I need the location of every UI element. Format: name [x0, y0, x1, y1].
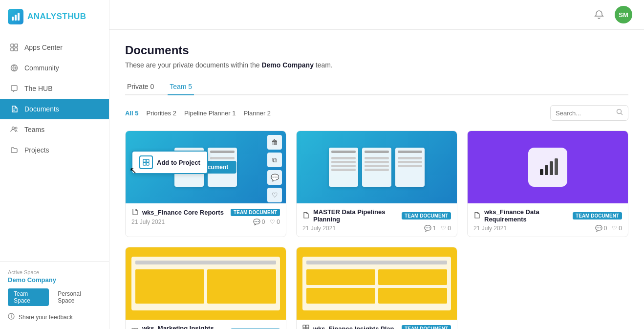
svg-rect-5: [11, 48, 14, 51]
team-badge-3: TEAM DOCUMENT: [573, 212, 622, 219]
copy-button[interactable]: ⧉: [267, 153, 282, 167]
search-input[interactable]: [556, 110, 613, 117]
powerbi-icon: [528, 148, 567, 187]
globe-icon: [10, 64, 19, 72]
svg-rect-15: [147, 163, 150, 166]
svg-rect-12: [143, 159, 146, 162]
card-thumb-5: [297, 247, 457, 320]
sidebar-item-projects[interactable]: Projects: [0, 140, 109, 160]
tab-private[interactable]: Private 0: [125, 79, 156, 95]
svg-rect-24: [303, 325, 306, 328]
filter-items: All 5 Priorities 2 Pipeline Planner 1 Pl…: [125, 110, 271, 117]
filter-pipeline[interactable]: Pipeline Planner 1: [184, 110, 236, 117]
card-date-2: 21 July 2021: [302, 225, 336, 232]
card-doc-icon-3: [473, 212, 480, 220]
card-3[interactable]: wks_Finance Data Requirements TEAM DOCUM…: [467, 131, 628, 237]
svg-rect-14: [143, 163, 146, 166]
card-1[interactable]: Open Document 🗑 ⧉ 💬 ♡ Add to Project: [125, 131, 286, 237]
filter-planner[interactable]: Planner 2: [243, 110, 271, 117]
sidebar-item-documents[interactable]: Documents: [0, 99, 109, 119]
card-name-5: wks_Finance Insights Plan: [313, 325, 398, 329]
sidebar-item-community[interactable]: Community: [0, 58, 109, 78]
nav: Apps Center Community The HUB Documents …: [0, 33, 109, 261]
logo-text: ANALYSTHUB: [27, 12, 86, 22]
card-name-4: wks_Marketing Insights Plan: [142, 325, 227, 329]
main-content: SM Documents These are your private docu…: [109, 0, 644, 329]
svg-rect-25: [306, 325, 309, 328]
personal-space-tab[interactable]: Personal Space: [52, 288, 101, 306]
logo-icon: [8, 9, 23, 24]
notification-icon[interactable]: [591, 7, 607, 22]
active-space-label: Active Space: [8, 269, 101, 275]
card-footer-4: wks_Marketing Insights Plan TEAM DOCUMEN…: [126, 320, 286, 329]
team-badge-1: TEAM DOCUMENT: [231, 209, 280, 216]
card-doc-icon-1: [131, 208, 138, 217]
chat-icon: [10, 84, 19, 93]
like-button[interactable]: ♡: [267, 188, 282, 202]
search-box[interactable]: [550, 105, 628, 121]
svg-rect-0: [12, 17, 14, 21]
page-title: Documents: [125, 44, 628, 57]
comment-button[interactable]: 💬: [267, 170, 282, 185]
card-footer-1: wks_Finance Core Reports TEAM DOCUMENT 2…: [126, 203, 286, 230]
sidebar-bottom: Active Space Demo Company Team Space Per…: [0, 261, 109, 329]
svg-rect-1: [15, 15, 17, 21]
document-tabs: Private 0 Team 5: [125, 79, 628, 95]
feedback-button[interactable]: Share your feedback: [8, 313, 101, 321]
card-doc-icon-2: [302, 212, 309, 220]
content-area: Documents These are your private documen…: [109, 30, 644, 329]
svg-rect-19: [555, 158, 558, 175]
svg-rect-4: [15, 44, 18, 47]
card-name-2: MASTER Data Pipelines Planning: [313, 208, 398, 223]
card-actions-1: 🗑 ⧉ 💬 ♡: [267, 135, 282, 202]
card-footer-2: MASTER Data Pipelines Planning TEAM DOCU…: [297, 203, 457, 237]
like-stat-3: ♡ 0: [612, 225, 622, 232]
svg-point-11: [617, 110, 622, 114]
logo[interactable]: ANALYSTHUB: [0, 0, 109, 33]
filter-priorities[interactable]: Priorities 2: [146, 110, 176, 117]
team-badge-2: TEAM DOCUMENT: [402, 212, 451, 219]
card-thumb-3: [468, 131, 628, 203]
svg-point-9: [15, 127, 17, 129]
folder-icon: [10, 146, 19, 154]
topbar: SM: [109, 0, 644, 30]
add-to-project-label: Add to Project: [157, 159, 200, 166]
card-doc-icon-5: [302, 325, 309, 329]
svg-rect-6: [15, 48, 18, 51]
cards-grid: Open Document 🗑 ⧉ 💬 ♡ Add to Project: [125, 131, 628, 329]
delete-button[interactable]: 🗑: [267, 135, 282, 150]
sidebar-item-apps-center[interactable]: Apps Center: [0, 37, 109, 58]
card-footer-5: wks_Finance Insights Plan TEAM DOCUMENT: [297, 320, 457, 329]
sidebar-item-teams[interactable]: Teams: [0, 119, 109, 140]
filter-all[interactable]: All 5: [125, 110, 138, 117]
team-space-tab[interactable]: Team Space: [8, 288, 49, 306]
card-name-3: wks_Finance Data Requirements: [484, 208, 569, 223]
card-thumb-1: Open Document 🗑 ⧉ 💬 ♡ Add to Project: [126, 131, 286, 203]
avatar[interactable]: SM: [615, 6, 632, 23]
filter-row: All 5 Priorities 2 Pipeline Planner 1 Pl…: [125, 105, 628, 121]
team-badge-5: TEAM DOCUMENT: [402, 325, 451, 329]
card-date-1: 21 July 2021: [131, 219, 165, 225]
sidebar-item-the-hub[interactable]: The HUB: [0, 78, 109, 99]
card-4[interactable]: wks_Marketing Insights Plan TEAM DOCUMEN…: [125, 247, 286, 329]
search-icon: [616, 109, 623, 117]
like-stat-1: ♡ 0: [270, 219, 280, 225]
feedback-icon: [8, 313, 15, 321]
feedback-label: Share your feedback: [19, 314, 73, 321]
card-2[interactable]: MASTER Data Pipelines Planning TEAM DOCU…: [296, 131, 457, 237]
card-thumb-4: [126, 247, 286, 320]
comment-stat-2: 💬 1: [424, 225, 436, 232]
space-tabs: Team Space Personal Space: [8, 288, 101, 306]
grid-icon: [10, 43, 19, 52]
card-thumb-2: [297, 131, 457, 203]
add-to-project-popup[interactable]: Add to Project: [131, 151, 208, 174]
tab-team[interactable]: Team 5: [168, 79, 194, 95]
card-5[interactable]: wks_Finance Insights Plan TEAM DOCUMENT: [296, 247, 457, 329]
like-stat-2: ♡ 0: [441, 225, 451, 232]
comment-stat-3: 💬 0: [595, 225, 607, 232]
comment-stat-1: 💬 0: [253, 219, 265, 225]
svg-rect-13: [147, 159, 150, 162]
svg-rect-17: [545, 165, 548, 175]
doc-icon: [10, 105, 19, 113]
active-space-name[interactable]: Demo Company: [8, 276, 101, 284]
